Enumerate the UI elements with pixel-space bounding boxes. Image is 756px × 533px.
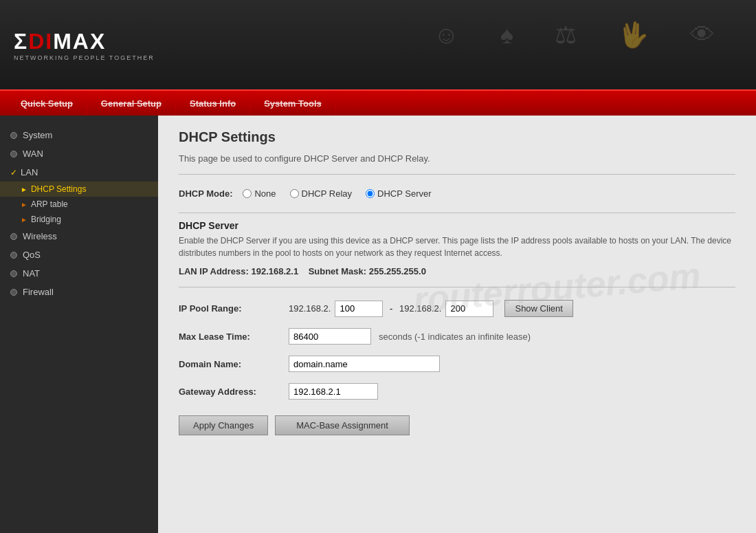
ip-pool-start-input[interactable]: [335, 301, 383, 317]
gateway-label: Gateway Address:: [179, 387, 289, 397]
arrow-bridging: ►: [21, 216, 27, 224]
ip-pool-end-input[interactable]: [445, 301, 493, 317]
nav-status-info[interactable]: Status Info: [176, 93, 250, 114]
domain-name-label: Domain Name:: [179, 359, 289, 369]
radio-server[interactable]: DHCP Server: [366, 188, 432, 199]
bottom-buttons: Apply Changes MAC-Base Assignment: [179, 405, 735, 435]
gateway-row: Gateway Address:: [179, 378, 735, 405]
icon-handshake: 🖖: [618, 21, 649, 50]
logo-max: MAX: [53, 29, 106, 54]
lan-info: LAN IP Address: 192.168.2.1 Subnet Mask:…: [179, 266, 735, 276]
sidebar-item-lan[interactable]: ✓ LAN: [0, 163, 158, 182]
bullet-qos: [10, 252, 17, 259]
header-icons: ☺ ♠ ⚖ 🖖 👁: [434, 21, 715, 50]
radio-server-input[interactable]: [366, 189, 375, 198]
section-title: DHCP Server: [179, 220, 735, 231]
sidebar-item-wan[interactable]: WAN: [0, 144, 158, 163]
icon-puzzle: ⚖: [555, 21, 577, 50]
icon-eye: 👁: [690, 21, 715, 50]
divider-lan: [179, 287, 735, 287]
max-lease-label: Max Lease Time:: [179, 331, 289, 342]
radio-relay-label: DHCP Relay: [302, 188, 352, 199]
ip-pool-row: IP Pool Range: 192.168.2. - 192.168.2. S…: [179, 294, 735, 323]
max-lease-row: Max Lease Time: seconds (-1 indicates an…: [179, 323, 735, 350]
page-title: DHCP Settings: [179, 129, 735, 145]
divider-mid: [179, 213, 735, 213]
main-layout: System WAN ✓ LAN ► DHCP Settings ► ARP t…: [0, 116, 756, 533]
logo-subtitle: NETWORKING PEOPLE TOGETHER: [14, 54, 155, 61]
bullet-system: [10, 132, 17, 139]
radio-none-input[interactable]: [243, 189, 252, 198]
bullet-firewall: [10, 289, 17, 296]
bullet-wan: [10, 151, 17, 157]
ip-prefix-1: 192.168.2.: [289, 303, 331, 314]
subnet-mask-value: 255.255.255.0: [369, 266, 426, 276]
ip-pool-dash: -: [387, 303, 395, 314]
domain-name-input[interactable]: [289, 356, 440, 372]
nav-system-tools[interactable]: System Tools: [250, 93, 336, 114]
dhcp-mode-label: DHCP Mode:: [179, 188, 232, 199]
section-desc: Enable the DHCP Server if you are using …: [179, 235, 735, 259]
lan-ip-label: LAN IP Address:: [179, 266, 249, 276]
ip-prefix-2: 192.168.2.: [399, 303, 441, 314]
radio-relay[interactable]: DHCP Relay: [290, 188, 352, 199]
logo: ΣDIMAX: [14, 29, 155, 54]
header: ΣDIMAX NETWORKING PEOPLE TOGETHER ☺ ♠ ⚖ …: [0, 0, 756, 89]
logo-sigma: Σ: [14, 29, 28, 54]
sidebar-subitem-dhcp[interactable]: ► DHCP Settings: [0, 182, 158, 197]
lan-ip-value: 192.168.2.1: [251, 266, 298, 276]
page-description: This page be used to configure DHCP Serv…: [179, 153, 735, 164]
domain-name-control: [289, 356, 440, 372]
icon-group: ♠: [500, 21, 513, 50]
ip-pool-label: IP Pool Range:: [179, 303, 289, 314]
radio-relay-input[interactable]: [290, 189, 299, 198]
apply-changes-button[interactable]: Apply Changes: [179, 415, 268, 435]
mac-base-button[interactable]: MAC-Base Assignment: [275, 415, 410, 435]
navbar: Quick Setup General Setup Status Info Sy…: [0, 89, 756, 116]
nav-quick-setup[interactable]: Quick Setup: [7, 93, 87, 114]
sidebar-item-qos[interactable]: QoS: [0, 246, 158, 264]
divider-top: [179, 174, 735, 175]
radio-none-label: None: [254, 188, 276, 199]
bullet-nat: [10, 270, 17, 277]
ip-pool-control: 192.168.2. - 192.168.2. Show Client: [289, 300, 573, 317]
dhcp-mode-row: DHCP Mode: None DHCP Relay DHCP Server: [179, 182, 735, 206]
max-lease-control: seconds (-1 indicates an infinite lease): [289, 328, 531, 345]
logo-area: ΣDIMAX NETWORKING PEOPLE TOGETHER: [14, 29, 155, 61]
content-area: DHCP Settings This page be used to confi…: [158, 116, 756, 533]
nav-general-setup[interactable]: General Setup: [87, 93, 176, 114]
arrow-arp: ►: [21, 201, 27, 208]
radio-server-label: DHCP Server: [377, 188, 432, 199]
show-client-button[interactable]: Show Client: [504, 300, 572, 317]
sidebar-item-system[interactable]: System: [0, 126, 158, 144]
sidebar-item-nat[interactable]: NAT: [0, 264, 158, 283]
sidebar-subitem-arp[interactable]: ► ARP table: [0, 197, 158, 212]
sidebar: System WAN ✓ LAN ► DHCP Settings ► ARP t…: [0, 116, 158, 533]
gateway-input[interactable]: [289, 383, 378, 400]
icon-person: ☺: [434, 21, 459, 50]
arrow-dhcp: ►: [21, 186, 27, 193]
domain-name-row: Domain Name:: [179, 350, 735, 378]
sidebar-item-wireless[interactable]: Wireless: [0, 227, 158, 246]
gateway-control: [289, 383, 378, 400]
bullet-wireless: [10, 233, 17, 240]
subnet-mask-label: Subnet Mask:: [309, 266, 367, 276]
sidebar-subitem-bridging[interactable]: ► Bridging: [0, 212, 158, 227]
radio-none[interactable]: None: [243, 188, 276, 199]
sidebar-item-firewall[interactable]: Firewall: [0, 283, 158, 301]
checkmark-lan: ✓: [10, 168, 17, 177]
max-lease-suffix: seconds (-1 indicates an infinite lease): [379, 331, 531, 342]
max-lease-input[interactable]: [289, 328, 371, 345]
logo-di: DI: [28, 29, 53, 54]
